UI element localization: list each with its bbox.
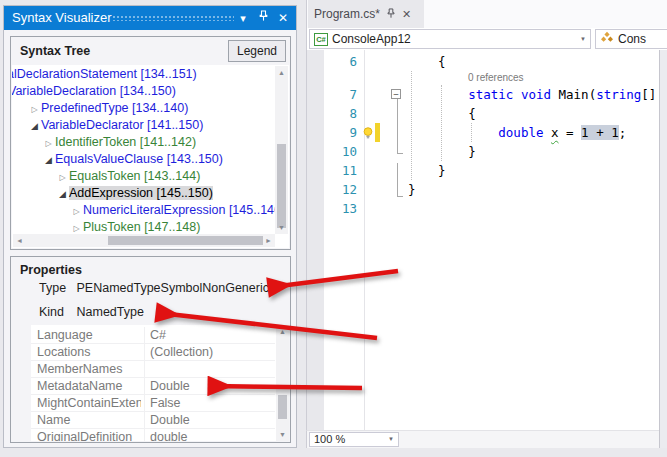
line-number: 7 xyxy=(324,85,362,104)
syntax-tree-title: Syntax Tree xyxy=(20,44,90,58)
tree-horizontal-scrollbar[interactable]: ◄ ► xyxy=(13,234,275,247)
tree-vertical-scrollbar[interactable]: ▲ ▼ xyxy=(275,66,288,234)
code-line-6: 6 { xyxy=(307,52,659,71)
property-row-locations[interactable]: Locations(Collection) xyxy=(31,344,275,361)
tree-node[interactable]: ◢VariableDeclarator [141..150) xyxy=(12,117,275,134)
scroll-right-icon[interactable]: ► xyxy=(262,234,275,247)
close-icon[interactable]: ✕ xyxy=(274,6,292,30)
code-line-12: 12 } xyxy=(307,180,659,199)
code-line-10: 10 } xyxy=(307,142,659,161)
legend-button[interactable]: Legend xyxy=(228,40,286,62)
scroll-down-icon[interactable]: ▼ xyxy=(276,428,289,441)
line-number: 12 xyxy=(324,180,362,199)
scrollbar-thumb[interactable] xyxy=(278,395,287,419)
tree-node[interactable]: alDeclarationStatement [134..151) xyxy=(12,66,275,83)
scroll-down-icon[interactable]: ▼ xyxy=(275,221,288,234)
line-number: 11 xyxy=(324,161,362,180)
vs-shell: Syntax Visualizer ▾ ✕ Syntax Tree Legend… xyxy=(0,0,667,457)
collapsed-triangle-icon[interactable]: ▷ xyxy=(28,101,41,118)
expanded-triangle-icon[interactable]: ◢ xyxy=(28,118,41,135)
editor-right-scrollbar-strip[interactable] xyxy=(659,50,667,448)
tab-title: Program.cs* xyxy=(314,7,380,21)
line-number: 13 xyxy=(324,199,362,218)
tab-program-cs[interactable]: Program.cs* ✕ xyxy=(308,0,424,28)
collapsed-triangle-icon[interactable]: ▷ xyxy=(56,169,69,186)
expanded-triangle-icon[interactable]: ◢ xyxy=(42,152,55,169)
zoom-level: 100 % xyxy=(314,433,345,446)
line-number: 9 xyxy=(324,123,362,142)
tool-window-titlebar[interactable]: Syntax Visualizer ▾ ✕ xyxy=(4,6,296,30)
property-row-language[interactable]: LanguageC# xyxy=(31,327,275,344)
property-row-originaldefinition[interactable]: OriginalDefinitiondouble xyxy=(31,429,275,441)
navigation-bar: C# ConsoleApp12 ▼ Cons xyxy=(306,28,667,50)
property-grid: LanguageC# Locations(Collection) MemberN… xyxy=(31,325,289,441)
syntax-visualizer-window: Syntax Visualizer ▾ ✕ Syntax Tree Legend… xyxy=(3,5,297,448)
window-position-chevron-icon[interactable]: ▾ xyxy=(234,6,252,30)
project-name: ConsoleApp12 xyxy=(332,32,411,46)
syntax-tree-panel: Syntax Tree Legend alDeclarationStatemen… xyxy=(10,36,291,250)
tree-node[interactable]: VariableDeclaration [134..150) xyxy=(12,83,275,100)
close-icon[interactable]: ✕ xyxy=(402,9,411,20)
project-dropdown[interactable]: C# ConsoleApp12 ▼ xyxy=(309,29,591,49)
tree-node[interactable]: ▷NumericLiteralExpression [145..146) xyxy=(12,202,275,219)
pin-icon[interactable] xyxy=(386,8,396,21)
line-number: 10 xyxy=(324,142,362,161)
collapsed-triangle-icon[interactable]: ▷ xyxy=(70,203,83,220)
tool-window-title: Syntax Visualizer xyxy=(12,10,111,25)
scrollbar-thumb[interactable] xyxy=(108,236,263,245)
property-row-mightcontain[interactable]: MightContainExtenFalse xyxy=(31,395,275,412)
syntax-tree-header: Syntax Tree Legend xyxy=(11,37,290,65)
code-line-7: 7 − static void Main(string[] args) xyxy=(307,85,659,104)
document-tab-strip: Program.cs* ✕ xyxy=(306,0,667,28)
scroll-up-icon[interactable]: ▲ xyxy=(275,66,288,79)
type-label: Type xyxy=(39,281,73,295)
type-value-row: Type PENamedTypeSymbolNonGeneric xyxy=(39,281,280,299)
line-number: 6 xyxy=(324,52,362,71)
expanded-triangle-icon[interactable]: ◢ xyxy=(56,186,69,203)
properties-title: Properties xyxy=(20,263,82,277)
metadataname-row[interactable]: MetadataNameDouble xyxy=(31,378,275,395)
editor-pane: Program.cs* ✕ C# ConsoleApp12 ▼ Cons xyxy=(306,0,667,457)
editor-bottom-bar: 100 % ▼ xyxy=(306,430,659,448)
code-line-11: 11 } xyxy=(307,161,659,180)
collapse-minus-icon[interactable]: − xyxy=(391,89,401,99)
type-name: Cons xyxy=(618,32,646,46)
pin-icon[interactable] xyxy=(254,6,272,30)
line-number: 8 xyxy=(324,104,362,123)
syntax-tree-list: alDeclarationStatement [134..151) Variab… xyxy=(12,65,289,248)
tree-node[interactable]: ▷IdentifierToken [141..142) xyxy=(12,134,275,151)
highlighted-span: 1 + 1 xyxy=(581,125,619,140)
scroll-up-icon[interactable]: ▲ xyxy=(276,325,289,338)
kind-label: Kind xyxy=(39,305,73,319)
scroll-left-icon[interactable]: ◄ xyxy=(13,234,26,247)
titlebar-grip-dots xyxy=(112,15,234,21)
scrollbar-thumb[interactable] xyxy=(277,144,286,228)
code-line-9: 9 double x = 1 + 1; xyxy=(307,123,659,142)
type-value: PENamedTypeSymbolNonGeneric xyxy=(76,281,268,295)
tree-node[interactable]: ◢EqualsValueClause [143..150) xyxy=(12,151,275,168)
tree-node[interactable]: ▷PredefinedType [134..140) xyxy=(12,100,275,117)
code-line-13: 13 xyxy=(307,199,659,218)
csharp-project-icon: C# xyxy=(314,33,328,46)
properties-panel: Properties Type PENamedTypeSymbolNonGene… xyxy=(10,256,291,443)
tree-node[interactable]: ▷PlusToken [147..148) xyxy=(12,219,275,234)
chevron-down-icon: ▼ xyxy=(388,433,394,446)
chevron-down-icon: ▼ xyxy=(580,36,586,42)
squiggle-identifier: x xyxy=(551,125,559,140)
collapsed-triangle-icon[interactable]: ▷ xyxy=(70,220,83,235)
code-line-8: 8 { xyxy=(307,104,659,123)
grid-vertical-scrollbar[interactable]: ▲ ▼ xyxy=(276,325,289,441)
property-row-membernames[interactable]: MemberNames xyxy=(31,361,275,378)
kind-value: NamedType xyxy=(76,305,143,319)
property-row-name[interactable]: NameDouble xyxy=(31,412,275,429)
tree-node-selected[interactable]: ◢AddExpression [145..150) xyxy=(12,185,275,202)
zoom-dropdown[interactable]: 100 % ▼ xyxy=(309,432,399,447)
kind-value-row: Kind NamedType xyxy=(39,305,280,323)
collapsed-triangle-icon[interactable]: ▷ xyxy=(42,135,55,152)
tree-node[interactable]: ▷EqualsToken [143..144) xyxy=(12,168,275,185)
type-dropdown[interactable]: Cons xyxy=(595,29,667,49)
class-icon xyxy=(600,31,614,47)
codelens-references[interactable]: 0 references xyxy=(307,71,659,85)
code-editor[interactable]: 6 { 0 references 7 − static void Main(st… xyxy=(306,50,659,430)
